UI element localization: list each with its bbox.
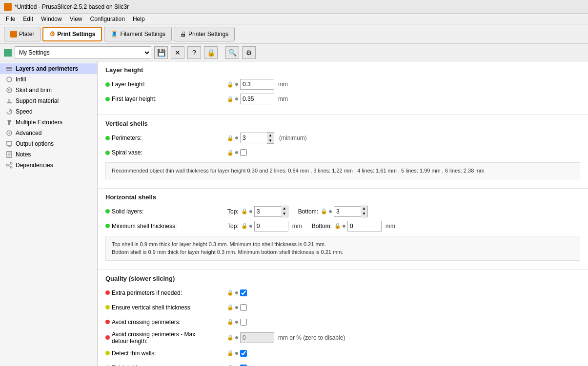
layer-height-dot: [105, 82, 110, 87]
menu-edit[interactable]: Edit: [19, 15, 37, 23]
sidebar-item-advanced[interactable]: Advanced: [0, 128, 97, 138]
menu-help[interactable]: Help: [129, 15, 149, 23]
extra-perimeters-checkbox[interactable]: [240, 289, 247, 296]
sidebar-item-notes[interactable]: Notes: [0, 149, 97, 160]
menu-view[interactable]: View: [66, 15, 86, 23]
field-thick-bridges: Thick bridges: 🔒: [105, 362, 580, 366]
sidebar-item-infill[interactable]: Infill: [0, 74, 97, 85]
perimeters-lock: 🔒: [227, 135, 233, 141]
sidebar-item-layers[interactable]: Layers and perimeters: [0, 63, 97, 74]
svg-rect-6: [7, 102, 12, 103]
menu-file[interactable]: File: [2, 15, 19, 23]
detect-thin-walls-checkbox[interactable]: [240, 350, 247, 357]
perimeters-down[interactable]: ▼: [267, 138, 274, 143]
min-shell-top-label: Top:: [227, 223, 239, 230]
sidebar-item-support[interactable]: Support material: [0, 96, 97, 106]
solid-layers-bottom-input[interactable]: [334, 206, 361, 217]
solid-layers-top-up[interactable]: ▲: [281, 206, 288, 212]
avoid-crossing-max-input[interactable]: [240, 332, 274, 343]
section-quality-title: Quality (slower slicing): [105, 275, 580, 282]
svg-line-23: [8, 165, 10, 167]
perimeters-dot: [105, 136, 110, 140]
svg-rect-10: [8, 123, 10, 125]
svg-rect-0: [6, 67, 12, 68]
layer-height-unit: mm: [278, 81, 288, 88]
solid-layers-label: Solid layers:: [112, 208, 143, 215]
field-layer-height: Layer height: 🔒 mm: [105, 78, 580, 90]
svg-line-22: [8, 164, 10, 165]
help-preset-button[interactable]: ?: [187, 46, 201, 59]
min-shell-bottom-input[interactable]: [347, 221, 382, 231]
tab-filament-settings[interactable]: 🧵 Filament Settings: [104, 27, 172, 41]
spiral-vase-dot: [105, 151, 110, 155]
preset-select[interactable]: My Settings: [15, 46, 151, 59]
print-icon: ⚙: [49, 30, 55, 38]
search-button[interactable]: 🔍: [225, 46, 239, 59]
speed-icon: [6, 108, 13, 115]
menu-window[interactable]: Window: [37, 15, 66, 23]
tab-plater[interactable]: Plater: [4, 27, 41, 41]
min-shell-top-input[interactable]: [254, 221, 288, 231]
ensure-vertical-label: Ensure vertical shell thickness:: [112, 304, 192, 311]
layer-height-bullet: [235, 83, 238, 86]
menu-configuration[interactable]: Configuration: [86, 15, 129, 23]
field-avoid-crossing-max: Avoid crossing perimeters - Max detour l…: [105, 331, 580, 345]
svg-rect-2: [6, 70, 12, 71]
advanced-icon: [6, 130, 13, 136]
solid-layers-top-input[interactable]: [254, 206, 281, 217]
first-layer-label: First layer height:: [112, 96, 157, 102]
deps-icon: [6, 162, 13, 169]
avoid-crossing-bullet: [235, 321, 238, 324]
discard-preset-button[interactable]: ✕: [171, 46, 184, 59]
skirt-icon: [6, 87, 13, 94]
svg-rect-7: [8, 99, 10, 102]
field-detect-thin-walls: Detect thin walls: 🔒: [105, 347, 580, 359]
app-icon: [4, 3, 12, 11]
spiral-vase-checkbox[interactable]: [240, 149, 247, 156]
field-extra-perimeters: Extra perimeters if needed: 🔒: [105, 287, 580, 299]
tab-printer-settings[interactable]: 🖨 Printer Settings: [174, 27, 235, 41]
detect-thin-walls-label: Detect thin walls:: [112, 350, 156, 357]
min-shell-top-unit: mm: [292, 223, 302, 230]
min-shell-label: Minimum shell thickness:: [112, 223, 177, 230]
avoid-crossing-dot: [105, 320, 110, 324]
layer-height-input[interactable]: [240, 79, 274, 90]
notes-icon: [6, 151, 13, 158]
settings-button[interactable]: ⚙: [242, 46, 256, 59]
vertical-shells-info: Recommended object thin wall thickness f…: [105, 162, 580, 179]
min-shell-dot: [105, 224, 110, 228]
lock-preset-button[interactable]: 🔒: [204, 46, 218, 59]
thick-bridges-lock: 🔒: [227, 365, 233, 366]
perimeters-up[interactable]: ▲: [267, 133, 274, 138]
sidebar-item-dependencies[interactable]: Dependencies: [0, 160, 97, 171]
support-icon: [6, 97, 13, 104]
solid-layers-top-down[interactable]: ▼: [281, 212, 288, 217]
field-perimeters: Perimeters: 🔒 ▲ ▼ (minimum): [105, 132, 580, 144]
min-shell-bottom-bullet: [343, 225, 345, 228]
menu-bar: File Edit Window View Configuration Help: [0, 14, 588, 24]
avoid-crossing-checkbox[interactable]: [240, 319, 247, 326]
field-ensure-vertical: Ensure vertical shell thickness: 🔒: [105, 302, 580, 313]
ensure-vertical-checkbox[interactable]: [240, 304, 247, 311]
first-layer-input[interactable]: [240, 94, 274, 104]
thick-bridges-checkbox[interactable]: [240, 365, 247, 366]
sidebar-item-speed[interactable]: Speed: [0, 106, 97, 117]
sidebar-item-skirt[interactable]: Skirt and brim: [0, 85, 97, 96]
section-quality: Quality (slower slicing) Extra perimeter…: [98, 270, 588, 366]
perimeters-input[interactable]: [240, 133, 267, 143]
solid-layers-bottom-up[interactable]: ▲: [361, 206, 367, 212]
sidebar-item-extruders[interactable]: Multiple Extruders: [0, 117, 97, 128]
preset-bar: My Settings 💾 ✕ ? 🔒 🔍 ⚙: [0, 44, 588, 61]
output-icon: [6, 140, 13, 147]
avoid-crossing-label: Avoid crossing perimeters:: [112, 319, 181, 326]
ensure-vertical-lock: 🔒: [227, 304, 233, 311]
tab-print-settings[interactable]: ⚙ Print Settings: [42, 27, 102, 41]
save-preset-button[interactable]: 💾: [154, 46, 168, 59]
title-bar: *Untitled - PrusaSlicer-2.5.2 based on S…: [0, 0, 588, 14]
svg-point-12: [9, 133, 10, 134]
solid-layers-bottom-down[interactable]: ▼: [361, 212, 367, 217]
min-shell-top-bullet: [249, 225, 252, 228]
solid-layers-bottom-label: Bottom:: [298, 208, 318, 215]
sidebar-item-output[interactable]: Output options: [0, 138, 97, 149]
min-shell-bottom-unit: mm: [385, 223, 395, 230]
